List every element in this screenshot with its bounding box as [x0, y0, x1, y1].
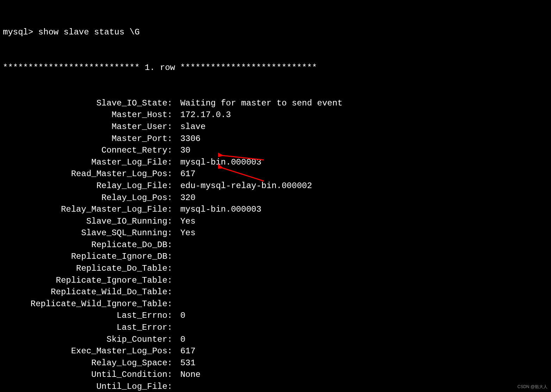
status-label: Master_Host: — [3, 109, 175, 121]
status-value: Waiting for master to send event — [175, 97, 342, 109]
status-line: Replicate_Wild_Ignore_Table: — [3, 298, 548, 310]
status-line: Relay_Log_File: edu-mysql-relay-bin.0000… — [3, 180, 548, 192]
status-value — [175, 239, 180, 251]
status-value — [175, 263, 180, 275]
status-label: Last_Error: — [3, 322, 175, 334]
status-value: 0 — [175, 310, 185, 322]
status-value: 617 — [175, 345, 196, 357]
status-line: Connect_Retry: 30 — [3, 144, 548, 156]
status-label: Replicate_Wild_Ignore_Table: — [3, 298, 175, 310]
status-line: Relay_Log_Pos: 320 — [3, 192, 548, 204]
sql-command: show slave status \G — [38, 26, 140, 38]
status-line: Read_Master_Log_Pos: 617 — [3, 168, 548, 180]
status-value — [175, 251, 180, 263]
status-value — [175, 381, 180, 392]
status-line: Replicate_Do_Table: — [3, 263, 548, 275]
status-value: Yes — [175, 227, 196, 239]
status-label: Until_Condition: — [3, 369, 175, 381]
status-label: Skip_Counter: — [3, 334, 175, 346]
status-line: Master_Host: 172.17.0.3 — [3, 109, 548, 121]
status-value: 531 — [175, 357, 196, 369]
status-line: Replicate_Do_DB: — [3, 239, 548, 251]
status-value: mysql-bin.000003 — [175, 156, 261, 168]
status-value: edu-mysql-relay-bin.000002 — [175, 180, 312, 192]
status-label: Slave_IO_State: — [3, 97, 175, 109]
status-label: Relay_Log_File: — [3, 180, 175, 192]
status-line: Skip_Counter: 0 — [3, 334, 548, 346]
status-label: Relay_Log_Space: — [3, 357, 175, 369]
status-line: Until_Condition: None — [3, 369, 548, 381]
status-value: None — [175, 369, 201, 381]
row-header: *************************** 1. row *****… — [3, 62, 548, 74]
status-value: Yes — [175, 216, 196, 227]
status-value: slave — [175, 121, 205, 133]
status-line: Until_Log_File: — [3, 381, 548, 392]
status-label: Relay_Master_Log_File: — [3, 204, 175, 216]
status-line: Relay_Master_Log_File: mysql-bin.000003 — [3, 204, 548, 216]
status-label: Master_User: — [3, 121, 175, 133]
command-line: mysql> show slave status \G — [3, 26, 548, 38]
status-label: Slave_IO_Running: — [3, 216, 175, 227]
status-value: 3306 — [175, 133, 201, 145]
status-value: 172.17.0.3 — [175, 109, 231, 121]
status-line: Replicate_Ignore_Table: — [3, 275, 548, 287]
status-value: mysql-bin.000003 — [175, 204, 261, 216]
status-line: Exec_Master_Log_Pos: 617 — [3, 345, 548, 357]
status-line: Relay_Log_Space: 531 — [3, 357, 548, 369]
status-value — [175, 275, 180, 287]
status-label: Relay_Log_Pos: — [3, 192, 175, 204]
watermark: CSDN @骷大人 — [517, 384, 547, 390]
status-line: Replicate_Wild_Do_Table: — [3, 286, 548, 298]
status-line: Last_Errno: 0 — [3, 310, 548, 322]
status-label: Replicate_Wild_Do_Table: — [3, 286, 175, 298]
status-value: 320 — [175, 192, 196, 204]
status-line: Slave_IO_State: Waiting for master to se… — [3, 97, 548, 109]
status-label: Master_Port: — [3, 133, 175, 145]
status-line: Slave_SQL_Running: Yes — [3, 227, 548, 239]
status-label: Last_Errno: — [3, 310, 175, 322]
mysql-prompt: mysql> — [3, 26, 38, 38]
status-line: Slave_IO_Running: Yes — [3, 216, 548, 227]
status-label: Connect_Retry: — [3, 144, 175, 156]
status-value — [175, 322, 180, 334]
status-value: 617 — [175, 168, 196, 180]
status-label: Slave_SQL_Running: — [3, 227, 175, 239]
status-value: 0 — [175, 334, 185, 346]
status-label: Exec_Master_Log_Pos: — [3, 345, 175, 357]
status-line: Replicate_Ignore_DB: — [3, 251, 548, 263]
status-container: Slave_IO_State: Waiting for master to se… — [3, 97, 548, 392]
status-value — [175, 298, 180, 310]
status-label: Until_Log_File: — [3, 381, 175, 392]
status-line: Master_Log_File: mysql-bin.000003 — [3, 156, 548, 168]
status-line: Last_Error: — [3, 322, 548, 334]
status-label: Replicate_Do_Table: — [3, 263, 175, 275]
status-label: Replicate_Ignore_DB: — [3, 251, 175, 263]
status-label: Replicate_Ignore_Table: — [3, 275, 175, 287]
terminal-output: mysql> show slave status \G ************… — [3, 3, 548, 392]
status-label: Replicate_Do_DB: — [3, 239, 175, 251]
status-label: Master_Log_File: — [3, 156, 175, 168]
status-value — [175, 286, 180, 298]
status-value: 30 — [175, 144, 190, 156]
status-label: Read_Master_Log_Pos: — [3, 168, 175, 180]
status-line: Master_Port: 3306 — [3, 133, 548, 145]
status-line: Master_User: slave — [3, 121, 548, 133]
